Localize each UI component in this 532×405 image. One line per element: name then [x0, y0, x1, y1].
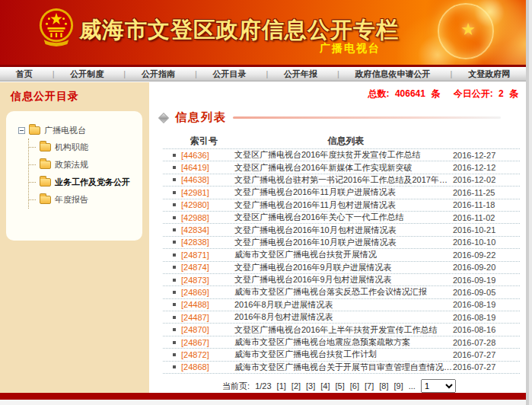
document-title-link[interactable]: 威海市文登区广播电视台地震应急预案疏散方案 [224, 336, 453, 348]
bullet-icon [173, 266, 176, 269]
index-number-link[interactable]: [24487] [181, 313, 224, 322]
tree-root-broadcast-tv[interactable]: 广播电视台 [18, 125, 138, 136]
document-title-link[interactable]: 威海市文登区广播电视台关于开展节目审查管理自查情况汇报 [224, 362, 453, 373]
directory-tree-panel: 广播电视台 机构职能 政策法规 业务工作及党务公开 [6, 111, 142, 241]
document-title-link[interactable]: 文登广播电视台2016年10月联户进展情况表 [224, 237, 453, 248]
document-title-link[interactable]: 文登广播电视台2016年10月包村进展情况表 [224, 225, 453, 236]
index-number-link[interactable]: [42980] [181, 200, 224, 209]
index-number-link[interactable]: [24868] [181, 362, 224, 372]
stats-today-unit: 条 [509, 88, 518, 99]
index-number-link[interactable]: [44636] [181, 151, 224, 160]
nav-item[interactable]: 政府信息依申请公开 [355, 69, 431, 80]
nav-item-wrap: 公开指南 | [142, 69, 197, 80]
table-row: [24867] 威海市文登区广播电视台地震应急预案疏散方案 2016-07-28 [163, 336, 520, 349]
info-table: 索引号 信息列表 [44636] 文登区广播电视台2016年度扶贫开发宣传工作总… [163, 134, 520, 374]
index-number-link[interactable]: [24870] [181, 325, 224, 334]
page-number-link[interactable]: [5] [336, 381, 345, 391]
document-title-link[interactable]: 文登区广播电视台2016年上半年扶贫开发宣传工作总结 [224, 324, 453, 336]
nav-item[interactable]: 公开指南 [142, 69, 175, 80]
page-number-link[interactable]: [9] [393, 381, 403, 391]
tree-connector [29, 182, 36, 183]
table-row: [44638] 文登广播电视台驻村第一书记2016年工作总结及2017年工作打算… [163, 174, 520, 187]
stats-total-value: 406641 [395, 88, 425, 99]
page-number-link[interactable]: [2] [291, 381, 301, 391]
index-number-link[interactable]: [24872] [181, 350, 224, 359]
document-title-link[interactable]: 文登广播电视台2016年11月包村进展情况表 [224, 199, 453, 211]
document-title-link[interactable]: 2016年8月联户进展情况表 [224, 299, 453, 311]
table-row: [42988] 文登区广播电视台2016年关心下一代工作总结 2016-11-0… [163, 212, 520, 224]
page: ★ 威海市文登区政府信息公开专栏 广播电视台 首页 | 公开制度 | [0, 0, 529, 405]
nav-item[interactable]: 文登政府网 [468, 69, 510, 80]
folder-icon [40, 196, 51, 204]
index-number-link[interactable]: [24871] [181, 250, 224, 260]
index-number-link[interactable]: [24869] [181, 288, 224, 297]
document-date: 2016-11-25 [453, 188, 520, 197]
table-row: [24869] 威海市文登区广播电视台落实反恐工作会议情况汇报 2016-09-… [163, 286, 520, 298]
tree-item-label: 政策法规 [55, 159, 88, 171]
index-number-link[interactable]: [24873] [181, 276, 224, 285]
document-title-link[interactable]: 文登区广播电视台2016年新媒体工作实现新突破 [224, 162, 453, 174]
index-number-link[interactable]: [42988] [181, 213, 224, 222]
bullet-icon [173, 365, 176, 368]
index-number-link[interactable]: [42834] [181, 225, 224, 234]
nav-item-wrap: 公开制度 | [70, 69, 126, 80]
index-number-link[interactable]: [24867] [181, 338, 224, 347]
index-number-link[interactable]: [24488] [181, 300, 224, 309]
tree-item[interactable]: 年度报告 [29, 191, 138, 209]
table-body: [44636] 文登区广播电视台2016年度扶贫开发宣传工作总结 2016-12… [163, 149, 520, 374]
document-title-link[interactable]: 文登广播电视台2016年9月包村进展情况表 [224, 274, 453, 285]
stats-today-label: 今日公开: [454, 88, 493, 99]
document-title-link[interactable]: 威海市文登区广播电视台扶贫开展情况 [224, 249, 453, 260]
page-number-link[interactable]: [8] [379, 381, 388, 391]
index-number-link[interactable]: [44638] [181, 175, 224, 184]
document-title-link[interactable]: 文登广播电视台2016年9月联户进展情况表 [224, 262, 453, 273]
document-date: 2016-12-02 [453, 175, 520, 184]
document-date: 2016-09-20 [453, 263, 520, 272]
nav-item[interactable]: 公开目录 [212, 69, 246, 80]
page-number-link[interactable]: [3] [306, 381, 315, 391]
document-title-link[interactable]: 威海市文登区广播电视台落实反恐工作会议情况汇报 [224, 286, 453, 298]
bullet-icon [173, 316, 176, 319]
page-number-link[interactable]: [4] [320, 381, 330, 391]
nav-item[interactable]: 首页 [16, 69, 33, 80]
page-number-link[interactable]: [7] [365, 381, 374, 391]
department-name: 广播电视台 [320, 42, 381, 56]
page-select[interactable]: 1 [421, 379, 456, 393]
folder-icon [40, 178, 51, 187]
document-title-link[interactable]: 文登区广播电视台2016年度扶贫开发宣传工作总结 [224, 149, 453, 161]
folder-icon [40, 143, 51, 151]
tree-connector [29, 147, 36, 148]
bullet-icon [173, 279, 176, 282]
index-number-link[interactable]: [42981] [181, 188, 224, 197]
index-number-link[interactable]: [46419] [181, 163, 224, 172]
nav-item[interactable]: 公开年报 [284, 69, 317, 80]
tree-connector [29, 199, 36, 200]
document-title-link[interactable]: 文登区广播电视台2016年关心下一代工作总结 [224, 212, 453, 223]
table-row: [24872] 威海市文登区广播电视台扶贫工作计划 2016-07-27 [163, 349, 520, 361]
tree-item[interactable]: 机构职能 [29, 139, 138, 156]
index-number-link[interactable]: [42838] [181, 238, 224, 247]
document-title-link[interactable]: 2016年8月包村进展情况表 [224, 311, 453, 323]
document-title-link[interactable]: 文登广播电视台驻村第一书记2016年工作总结及2017年工作打算 [224, 174, 453, 186]
bullet-icon [173, 228, 176, 231]
pagination-ellipsis: ... [409, 381, 416, 391]
table-row: [24873] 文登广播电视台2016年9月包村进展情况表 2016-09-19 [163, 274, 520, 286]
index-number-link[interactable]: [24874] [181, 263, 224, 272]
sidebar-title: 信息公开目录 [0, 82, 149, 110]
section-title: 信息列表 [175, 110, 227, 125]
nav-item-wrap: 政府信息依申请公开 | [355, 69, 453, 80]
collapse-icon[interactable] [18, 127, 25, 134]
bullet-icon [173, 166, 176, 169]
document-title-link[interactable]: 威海市文登区广播电视台扶贫工作计划 [224, 349, 453, 360]
folder-icon [40, 161, 51, 169]
document-title-link[interactable]: 文登广播电视台2016年11月联户进展情况表 [224, 187, 453, 198]
tree-item[interactable]: 政策法规 [29, 156, 138, 174]
bullet-icon [173, 291, 176, 294]
page-number-link[interactable]: [1] [277, 381, 286, 391]
document-date: 2016-11-18 [453, 200, 520, 209]
page-number-link[interactable]: [6] [350, 381, 359, 391]
tree-item[interactable]: 业务工作及党务公开 [29, 174, 138, 191]
nav-item[interactable]: 公开制度 [70, 69, 104, 80]
table-row: [24870] 文登区广播电视台2016年上半年扶贫开发宣传工作总结 2016-… [163, 324, 520, 336]
table-row: [44636] 文登区广播电视台2016年度扶贫开发宣传工作总结 2016-12… [163, 149, 520, 161]
